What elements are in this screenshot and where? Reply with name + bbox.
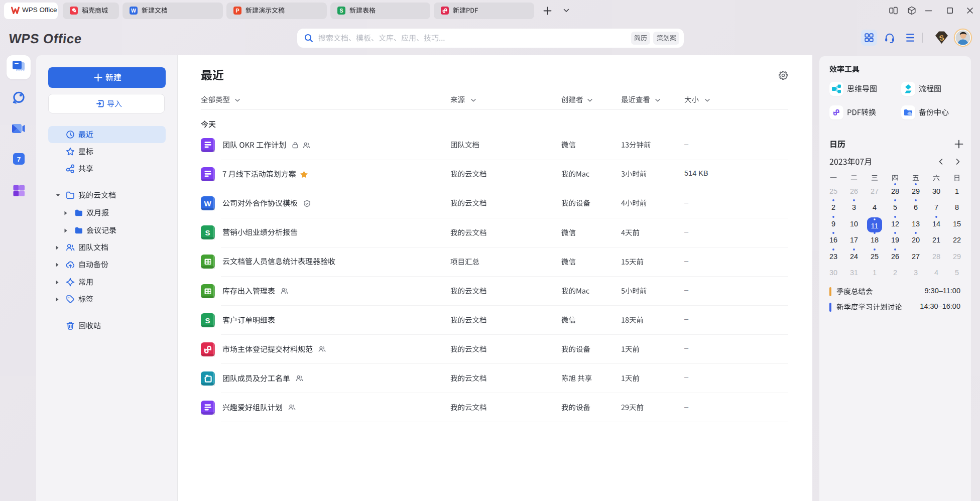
svg-text:W: W	[204, 199, 211, 208]
svg-text:7: 7	[17, 156, 21, 163]
svg-text:P: P	[235, 8, 239, 14]
svg-text:S: S	[205, 316, 210, 324]
svg-text:W: W	[131, 8, 136, 14]
svg-text:S: S	[339, 8, 343, 14]
svg-text:S: S	[205, 228, 210, 237]
